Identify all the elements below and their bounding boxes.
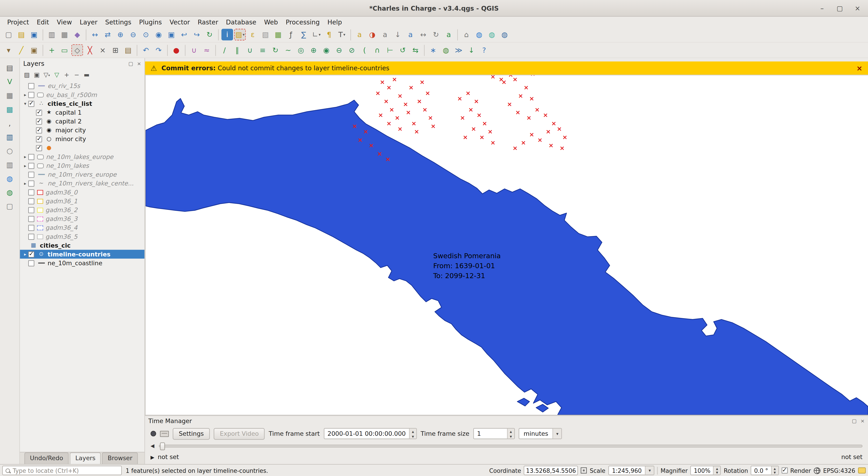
current-edits-icon[interactable]: ▾ <box>3 44 14 56</box>
split-features-icon[interactable]: ∕ <box>219 44 230 56</box>
islet-east[interactable] <box>536 404 548 412</box>
layer-visibility-checkbox[interactable] <box>28 154 34 160</box>
zoom-out-icon[interactable]: ⊖ <box>127 29 139 40</box>
add-delimited-text-layer-icon[interactable]: , <box>3 117 16 129</box>
minimize-icon[interactable]: – <box>817 3 827 13</box>
rotation-input[interactable]: 0.0 ° ▲▼ <box>751 466 779 475</box>
layer-visibility-checkbox[interactable] <box>28 260 34 266</box>
layer-visibility-checkbox[interactable] <box>36 110 42 116</box>
time-unit-select[interactable]: minutes ▾ <box>519 428 562 439</box>
statistical-summary-icon[interactable]: ∑ <box>298 29 309 40</box>
enable-snapping-icon[interactable]: ∪ <box>188 44 200 56</box>
redo-icon[interactable]: ↷ <box>153 44 164 56</box>
export-video-button[interactable]: Export Video <box>214 428 265 439</box>
layer-visibility-checkbox[interactable] <box>28 171 34 178</box>
spin-up-icon[interactable]: ▲ <box>507 429 514 434</box>
coordinate-input[interactable]: 13.5268,54.5506 <box>524 466 578 475</box>
style-manager-icon[interactable]: ◆ <box>71 29 83 40</box>
expand-arrow-icon[interactable]: ▶ <box>151 454 154 460</box>
layer-item-gadm36-5[interactable]: gadm36_5 <box>20 232 145 241</box>
layer-visibility-checkbox[interactable] <box>28 83 34 89</box>
scale-value[interactable]: 1:245,960 <box>609 466 645 475</box>
vertex-tool-icon[interactable]: ◇ <box>71 44 83 56</box>
undo-icon[interactable]: ↶ <box>140 44 152 56</box>
split-parts-icon[interactable]: ∥ <box>231 44 243 56</box>
panel-close-icon[interactable]: × <box>137 61 141 66</box>
magnifier-value[interactable]: 100% <box>691 466 713 475</box>
layer-visibility-checkbox[interactable] <box>36 145 42 151</box>
chevron-down-icon[interactable]: ▾ <box>645 466 654 475</box>
layer-item-major-city[interactable]: ◉major city <box>20 126 145 135</box>
measure-icon[interactable]: ∟▾ <box>311 29 322 40</box>
qgis-cloud-icon[interactable]: ◍ <box>486 29 498 40</box>
locate-search-input[interactable]: Type to locate (Ctrl+K) <box>2 466 122 475</box>
layer-item-cities-cic-list[interactable]: ▾∴cities_cic_list <box>20 99 145 108</box>
zoom-full-icon[interactable]: ⊙ <box>140 29 152 40</box>
spin-up-icon[interactable]: ▲ <box>772 466 778 470</box>
message-close-icon[interactable]: × <box>857 64 863 72</box>
layer-visibility-checkbox[interactable] <box>28 198 34 204</box>
refresh-map-icon[interactable]: ↻ <box>204 29 215 40</box>
tab-undo-redo[interactable]: Undo/Redo <box>24 452 69 464</box>
add-polygon-feature-icon[interactable]: ▭ <box>59 44 70 56</box>
toggle-editing-icon[interactable]: ╱ <box>16 44 27 56</box>
field-calculator-icon[interactable]: ƒ <box>285 29 297 40</box>
trim-extend-icon[interactable]: ⊢ <box>384 44 396 56</box>
layer-visibility-checkbox[interactable] <box>36 118 42 124</box>
pan-map-icon[interactable]: ↔ <box>89 29 101 40</box>
menu-view[interactable]: View <box>53 17 76 27</box>
time-slider-handle[interactable] <box>160 442 165 450</box>
spin-up-icon[interactable]: ▲ <box>410 429 416 434</box>
layer-item-eu-riv-15s[interactable]: eu_riv_15s <box>20 81 145 90</box>
time-unit-value[interactable]: minutes <box>519 429 553 439</box>
filter-legend-icon[interactable]: ▽▾ <box>42 70 52 79</box>
scale-select[interactable]: 1:245,960 ▾ <box>608 466 654 475</box>
move-label-icon[interactable]: ↔ <box>417 29 429 40</box>
time-frame-start-input[interactable]: 2000-01-01 00:00:00.000 ▲▼ <box>324 428 417 439</box>
add-wms-layer-icon[interactable]: ◍ <box>3 172 16 184</box>
timeline-countries-polygon[interactable] <box>146 98 868 415</box>
add-part-icon[interactable]: ⊕ <box>308 44 319 56</box>
layer-visibility-checkbox[interactable] <box>36 127 42 133</box>
metasearch-icon[interactable]: ◍ <box>473 29 485 40</box>
new-print-layout-icon[interactable]: ▥ <box>46 29 57 40</box>
add-feature-icon[interactable]: + <box>46 44 57 56</box>
select-by-expression-icon[interactable]: ε <box>247 29 258 40</box>
islet-west[interactable] <box>518 398 530 406</box>
add-group-icon[interactable]: ▣ <box>32 70 41 79</box>
save-layer-edits-icon[interactable]: ▣ <box>28 44 40 56</box>
layer-item-ne-10m-rivers-europe[interactable]: ne_10m_rivers_europe <box>20 170 145 179</box>
select-features-icon[interactable]: ▨▾ <box>234 29 246 40</box>
menu-web[interactable]: Web <box>260 17 282 27</box>
filter-by-expression-icon[interactable]: ▽ <box>52 70 61 79</box>
highlight-pinned-labels-icon[interactable]: a <box>379 29 391 40</box>
menu-project[interactable]: Project <box>3 17 33 27</box>
layer-item-gadm36-2[interactable]: gadm36_2 <box>20 206 145 214</box>
layer-diagram-icon[interactable]: ◑ <box>366 29 378 40</box>
coordinate-value[interactable]: 13.5268,54.5506 <box>526 467 576 474</box>
time-frame-start-value[interactable]: 2000-01-01 00:00:00.000 <box>324 429 409 439</box>
layer-item-gadm36-1[interactable]: gadm36_1 <box>20 197 145 205</box>
cut-features-icon[interactable]: × <box>97 44 108 56</box>
layer-visibility-checkbox[interactable] <box>28 207 34 213</box>
spinner[interactable]: ▲▼ <box>713 466 720 475</box>
panel-float-icon[interactable]: ▢ <box>128 61 133 66</box>
layer-visibility-checkbox[interactable] <box>28 233 34 239</box>
rotate-point-symbols-icon[interactable]: ↺ <box>397 44 408 56</box>
paste-features-icon[interactable]: ▤ <box>122 44 134 56</box>
extent-toggle-icon[interactable] <box>581 468 587 474</box>
layer-labeling-icon[interactable]: a <box>354 29 365 40</box>
crs-globe-icon[interactable] <box>814 467 820 474</box>
reshape-features-icon[interactable]: ∩ <box>371 44 383 56</box>
copy-features-icon[interactable]: ⊞ <box>110 44 121 56</box>
titlebar[interactable]: *Charles in Charge - v3.4.qgs - QGIS – ▢… <box>0 0 868 17</box>
skip-back-icon[interactable]: ◀ <box>151 443 154 448</box>
rotate-label-icon[interactable]: ↻ <box>430 29 442 40</box>
remove-layer-group-icon[interactable]: ▬ <box>82 70 91 79</box>
zoom-to-layer-icon[interactable]: ▣ <box>165 29 177 40</box>
rotation-value[interactable]: 0.0 ° <box>751 466 771 475</box>
time-manager-power-toggle[interactable] <box>151 431 156 436</box>
merge-features-icon[interactable]: ∪ <box>244 44 256 56</box>
layer-visibility-checkbox[interactable] <box>36 136 42 142</box>
layer-item-ne-10m-coastline[interactable]: ne_10m_coastline <box>20 259 145 268</box>
